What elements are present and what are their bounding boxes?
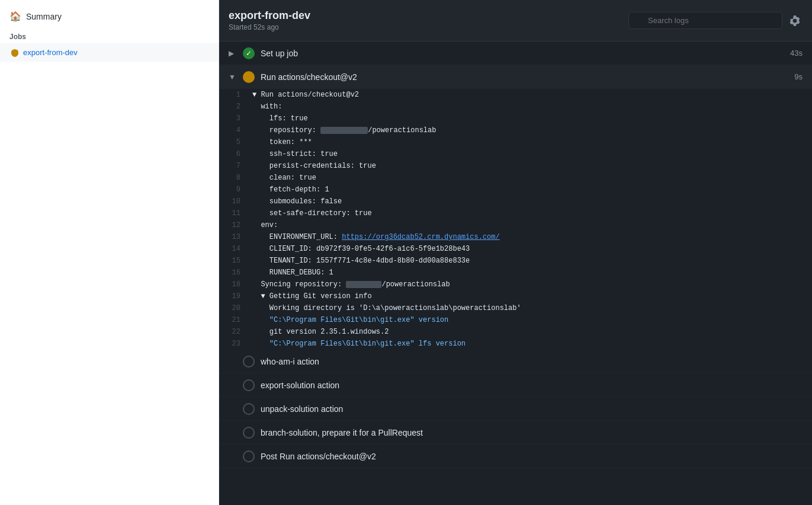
job-title: export-from-dev xyxy=(229,9,310,22)
spinner-icon xyxy=(11,49,18,57)
step-post-run-checkout[interactable]: Post Run actions/checkout@v2 xyxy=(219,445,812,468)
step-branch-solution[interactable]: branch-solution, prepare it for a PullRe… xyxy=(219,421,812,445)
step-status-pending-icon-4 xyxy=(243,427,255,439)
log-line-5: 5 token: *** xyxy=(219,136,812,148)
log-line-8: 8 clean: true xyxy=(219,172,812,184)
settings-button[interactable] xyxy=(787,13,803,28)
summary-label: Summary xyxy=(26,12,62,21)
log-line-22: 22 git version 2.35.1.windows.2 xyxy=(219,326,812,338)
redacted-repo xyxy=(346,281,381,288)
step-status-running-icon xyxy=(243,71,255,83)
home-icon: 🏠 xyxy=(9,11,21,22)
step-export-solution[interactable]: export-solution action xyxy=(219,373,812,397)
log-line-7: 7 persist-credentials: true xyxy=(219,160,812,172)
redacted-value xyxy=(320,127,368,134)
log-line-4: 4 repository: /poweractionslab xyxy=(219,124,812,136)
step-name-post-checkout: Post Run actions/checkout@v2 xyxy=(261,452,803,461)
step-name-unpack-solution: unpack-solution action xyxy=(261,404,803,414)
log-line-15: 15 TENANT_ID: 1557f771-4c8e-4dbd-8b80-dd… xyxy=(219,255,812,267)
step-who-am-i[interactable]: who-am-i action xyxy=(219,350,812,373)
log-line-21: 21 "C:\Program Files\Git\bin\git.exe" ve… xyxy=(219,314,812,326)
step-status-pending-icon-5 xyxy=(243,450,255,462)
job-item-export-from-dev[interactable]: export-from-dev xyxy=(0,43,219,62)
log-line-12: 12 env: xyxy=(219,219,812,231)
job-name-label: export-from-dev xyxy=(23,48,78,57)
log-header: export-from-dev Started 52s ago 🔍 xyxy=(219,0,812,41)
jobs-section-label: Jobs xyxy=(0,28,219,43)
step-status-pending-icon-2 xyxy=(243,379,255,391)
step-name-setup-job: Set up job xyxy=(261,49,790,58)
env-url-link[interactable]: https://org36dcab52.crm.dynamics.com/ xyxy=(342,233,499,241)
sidebar-summary-link[interactable]: 🏠 Summary xyxy=(0,5,219,28)
step-name-checkout: Run actions/checkout@v2 xyxy=(261,72,794,82)
step-duration-setup-job: 43s xyxy=(790,49,803,57)
job-status-indicator xyxy=(11,49,18,56)
log-line-20: 20 Working directory is 'D:\a\poweractio… xyxy=(219,302,812,314)
sidebar: 🏠 Summary Jobs export-from-dev xyxy=(0,0,219,505)
step-status-pending-icon-3 xyxy=(243,403,255,415)
gear-icon xyxy=(789,15,800,26)
log-line-13: 13 ENVIRONMENT_URL: https://org36dcab52.… xyxy=(219,231,812,243)
step-setup-job[interactable]: ▶ ✓ Set up job 43s xyxy=(219,41,812,65)
step-name-export-solution: export-solution action xyxy=(261,381,803,390)
step-unpack-solution[interactable]: unpack-solution action xyxy=(219,397,812,421)
log-line-2: 2 with: xyxy=(219,101,812,113)
search-wrapper: 🔍 xyxy=(628,12,782,29)
header-controls: 🔍 xyxy=(628,12,803,29)
log-line-10: 10 submodules: false xyxy=(219,196,812,207)
step-name-branch-solution: branch-solution, prepare it for a PullRe… xyxy=(261,428,803,437)
step-status-pending-icon-1 xyxy=(243,356,255,367)
log-line-16: 16 RUNNER_DEBUG: 1 xyxy=(219,267,812,279)
log-line-14: 14 CLIENT_ID: db972f39-0fe5-42f6-a1c6-5f… xyxy=(219,243,812,255)
log-content-area[interactable]: ▶ ✓ Set up job 43s ▼ Run actions/checkou… xyxy=(219,41,812,505)
log-line-6: 6 ssh-strict: true xyxy=(219,148,812,160)
log-line-18: 18 Syncing repository: /poweractionslab xyxy=(219,279,812,290)
job-subtitle: Started 52s ago xyxy=(229,23,310,31)
log-line-9: 9 fetch-depth: 1 xyxy=(219,184,812,196)
main-panel: export-from-dev Started 52s ago 🔍 ▶ ✓ Se… xyxy=(219,0,812,505)
chevron-down-icon: ▼ xyxy=(229,73,238,81)
header-title-block: export-from-dev Started 52s ago xyxy=(229,9,310,31)
step-duration-checkout: 9s xyxy=(794,72,803,81)
log-line-19: 19 ▼ Getting Git version info xyxy=(219,290,812,302)
search-logs-input[interactable] xyxy=(628,12,782,29)
step-run-checkout[interactable]: ▼ Run actions/checkout@v2 9s xyxy=(219,65,812,89)
log-line-3: 3 lfs: true xyxy=(219,113,812,124)
step-name-who-am-i: who-am-i action xyxy=(261,357,803,366)
step-spinner xyxy=(245,73,252,81)
checkout-log-block: 1 ▼ Run actions/checkout@v2 2 with: 3 lf… xyxy=(219,89,812,350)
log-line-1: 1 ▼ Run actions/checkout@v2 xyxy=(219,89,812,101)
log-line-23: 23 "C:\Program Files\Git\bin\git.exe" lf… xyxy=(219,338,812,350)
step-status-success-icon: ✓ xyxy=(243,47,255,59)
log-line-11: 11 set-safe-directory: true xyxy=(219,207,812,219)
chevron-right-icon: ▶ xyxy=(229,49,238,57)
